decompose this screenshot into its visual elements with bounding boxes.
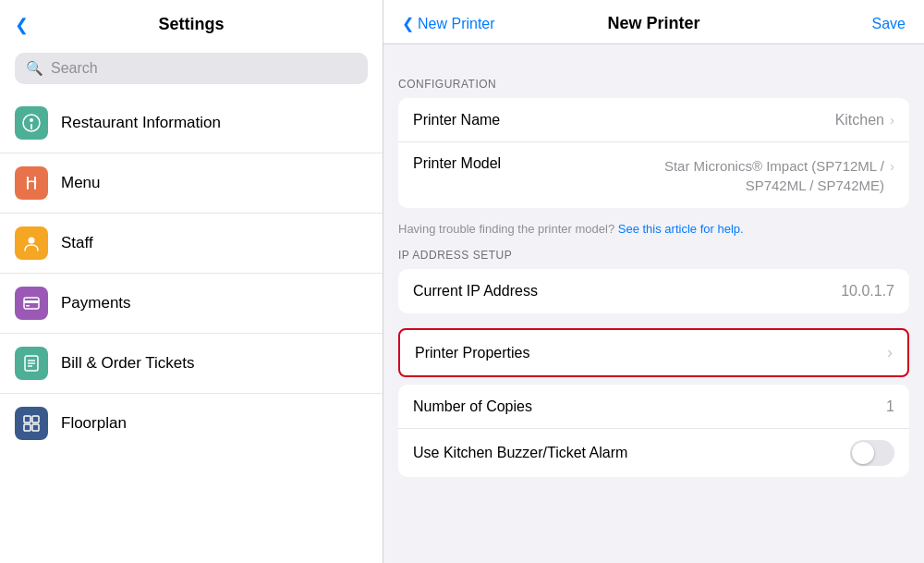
menu-icon	[15, 166, 48, 200]
help-link[interactable]: See this article for help.	[618, 222, 744, 236]
search-placeholder: Search	[51, 60, 98, 77]
help-text-container: Having trouble finding the printer model…	[383, 215, 924, 249]
menu-label: Menu	[61, 174, 101, 192]
number-of-copies-label: Number of Copies	[413, 398, 532, 415]
floorplan-icon	[15, 407, 48, 440]
number-of-copies-row[interactable]: Number of Copies 1	[398, 385, 909, 429]
printer-properties-chevron-icon: ›	[887, 343, 893, 362]
payments-label: Payments	[61, 294, 131, 312]
right-header-title: New Printer	[607, 14, 699, 33]
bottom-card: Number of Copies 1 Use Kitchen Buzzer/Ti…	[398, 385, 909, 477]
settings-title: Settings	[158, 15, 224, 34]
svg-rect-14	[32, 416, 39, 422]
printer-name-label: Printer Name	[413, 112, 500, 129]
toggle-knob	[852, 442, 874, 464]
printer-properties-label: Printer Properties	[415, 345, 530, 361]
printer-name-chevron-icon: ›	[890, 112, 894, 128]
sidebar-item-restaurant-information[interactable]: Restaurant Information	[0, 93, 383, 153]
printer-model-label: Printer Model	[413, 155, 501, 172]
kitchen-buzzer-label: Use Kitchen Buzzer/Ticket Alarm	[413, 445, 627, 461]
settings-list: Restaurant Information Menu Staff	[0, 93, 383, 563]
svg-rect-7	[24, 300, 39, 303]
printer-model-row[interactable]: Printer Model Star Micronics® Impact (SP…	[398, 142, 909, 208]
search-icon: 🔍	[26, 60, 43, 77]
svg-rect-13	[24, 416, 30, 422]
printer-model-chevron-icon: ›	[890, 158, 894, 174]
right-back-button[interactable]: ❮ New Printer	[402, 15, 495, 32]
svg-rect-16	[32, 424, 39, 431]
sidebar-item-payments[interactable]: Payments	[0, 274, 383, 334]
floorplan-label: Floorplan	[61, 414, 127, 433]
current-ip-value: 10.0.1.7	[841, 283, 894, 300]
svg-rect-8	[26, 305, 30, 307]
right-content: CONFIGURATION Printer Name Kitchen › Pri…	[383, 44, 924, 563]
restaurant-information-label: Restaurant Information	[61, 114, 221, 132]
bill-order-tickets-icon	[15, 347, 48, 380]
kitchen-buzzer-toggle[interactable]	[850, 440, 894, 466]
sidebar-item-bill-order-tickets[interactable]: Bill & Order Tickets	[0, 334, 383, 394]
right-header-inner: ❮ New Printer New Printer Save	[402, 15, 906, 32]
search-bar[interactable]: 🔍 Search	[15, 53, 368, 84]
printer-model-right: Star Micronics® Impact (SP712ML / SP742M…	[653, 156, 894, 195]
payments-icon	[15, 287, 48, 320]
sidebar-item-staff[interactable]: Staff	[0, 214, 383, 274]
kitchen-buzzer-row[interactable]: Use Kitchen Buzzer/Ticket Alarm	[398, 429, 909, 477]
svg-point-0	[30, 118, 33, 122]
back-button[interactable]: ❮	[15, 15, 29, 35]
bill-order-tickets-label: Bill & Order Tickets	[61, 354, 195, 373]
right-back-chevron-icon: ❮	[402, 15, 414, 32]
svg-rect-1	[30, 124, 32, 129]
current-ip-label: Current IP Address	[413, 283, 538, 300]
svg-point-5	[29, 238, 35, 244]
printer-name-right: Kitchen ›	[835, 112, 894, 129]
configuration-card: Printer Name Kitchen › Printer Model Sta…	[398, 98, 909, 208]
printer-model-value: Star Micronics® Impact (SP712ML / SP742M…	[653, 156, 884, 195]
save-button[interactable]: Save	[872, 16, 906, 32]
left-panel: ❮ Settings 🔍 Search Restaurant Informati…	[0, 0, 383, 563]
sidebar-item-menu[interactable]: Menu	[0, 153, 383, 214]
printer-properties-highlighted-row[interactable]: Printer Properties ›	[398, 328, 909, 377]
printer-name-value: Kitchen	[835, 112, 884, 129]
svg-rect-15	[24, 424, 30, 431]
right-back-label: New Printer	[418, 16, 495, 32]
staff-icon	[15, 226, 48, 260]
left-header: ❮ Settings	[0, 0, 383, 45]
staff-label: Staff	[61, 234, 93, 252]
restaurant-information-icon	[15, 106, 48, 140]
sidebar-item-floorplan[interactable]: Floorplan	[0, 394, 383, 453]
help-text: Having trouble finding the printer model…	[398, 222, 614, 236]
search-bar-container: 🔍 Search	[0, 45, 383, 93]
number-of-copies-right: 1	[886, 398, 894, 415]
printer-properties-row[interactable]: Printer Properties ›	[400, 330, 907, 375]
ip-address-card: Current IP Address 10.0.1.7	[398, 269, 909, 313]
printer-name-row[interactable]: Printer Name Kitchen ›	[398, 98, 909, 142]
back-chevron-icon: ❮	[15, 15, 29, 35]
right-header: ❮ New Printer New Printer Save	[383, 0, 924, 44]
right-panel: ❮ New Printer New Printer Save CONFIGURA…	[383, 0, 924, 563]
current-ip-row[interactable]: Current IP Address 10.0.1.7	[398, 269, 909, 313]
current-ip-right: 10.0.1.7	[841, 283, 894, 300]
number-of-copies-value: 1	[886, 398, 894, 415]
ip-address-section-label: IP ADDRESS SETUP	[383, 249, 924, 269]
configuration-section-label: CONFIGURATION	[383, 78, 924, 98]
